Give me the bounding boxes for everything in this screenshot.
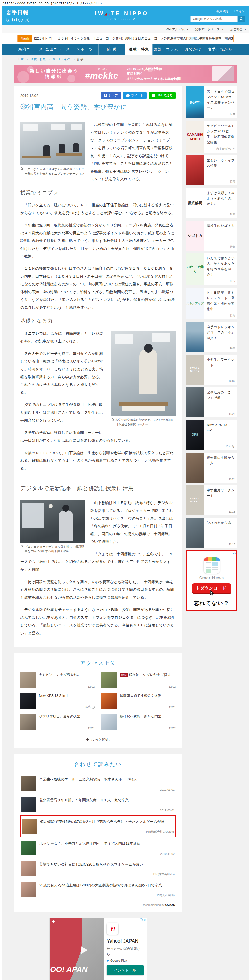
section2-title: デジタルで最新記事 紙と併読し授業に活用 [21,483,176,494]
sidebar-item-seawaves[interactable]: 釜石シーウェイブス特集特集 [186,155,237,185]
search-icon [240,17,243,21]
ad-close-icon[interactable]: × [144,918,145,922]
sidebar-item-raize-ad[interactable]: 安心4WD 岩手トヨタで新コンパクトSUVライズ試乗キャンペーン広告 [186,86,237,118]
article-thumbnail [101,672,117,688]
google-play-label: Google Play [107,959,144,963]
access-ranking-item[interactable]: 鵜住居へ移転、新たな門出12/02 [101,714,176,730]
breadcrumb: TOP 連載・特集 ＮＩＥいわて 記事 [2,54,249,62]
ad-info-icon[interactable]: i [140,918,143,921]
sidebar-item-teittei-kaimei[interactable]: 徹底解明 まずは依頼してみよう－あなたの声が力に－特集 [186,188,237,218]
article-photo-classroom[interactable] [21,122,85,165]
ad-thumbnail [21,882,36,897]
line-share-button[interactable]: LLINEで送る [149,92,176,99]
sidebar-item-work-in-iwate[interactable]: いわてで働く いわてで働きたい人、そんなあなたを待つ企業を紹介！広告 [186,253,237,285]
related-title: 合わせて読みたい [21,761,176,768]
flash-ticker-text[interactable]: [22:37] ＮＹ円、１０９円４５～５５銭 【ニューヨーク共同】週明け２日のニ… [32,37,233,41]
sidebar-item-trekking[interactable]: 岩手のトレッキングコースの「今」紹介！特集 [186,322,237,352]
photo-caption: プロジェクターでデジタル版を映し、最新記事を生徒に説明する山下佳子教諭 [21,544,85,554]
site-logo[interactable]: 岩手日報 [6,9,62,16]
nav-item-local-news[interactable]: 県内ニュース [18,45,44,54]
play-icon[interactable] [81,946,88,954]
ad-thumbnail [21,861,36,876]
smartnews-tagline: 忘れてない？ [189,600,234,607]
load-more-button[interactable]: +もっと読む [21,737,176,742]
feature-thumbnail [186,322,204,352]
access-ranking-item[interactable]: ジブリ展初日、最多の人出12/01 [21,714,95,730]
sidebar-item-manabi-window[interactable]: 学びの窓から㉜11/18 [186,518,237,548]
related-item[interactable]: 花北青雲高３年Ｂ組、１年間無欠席 ４１人一丸で卒業2019.03.01 [21,794,176,815]
access-ranking-item[interactable]: 動画鶴ケ池、シダレヤナギ撤去12/02 [101,672,176,688]
twitter-icon[interactable]: t [6,18,10,22]
sidebar-item-xps-ad[interactable]: XPS New XPS 13 2-in-1広告i [186,420,237,450]
mekke-banner-ad[interactable]: 新しい自分に出会う 情報紙 「めっけ」 #mekke Vol.10 12/5(木… [14,65,237,83]
article-card: 2019.12.02 fシェア tツイート LLINEで送る ㉝沼宮内高 問う姿… [14,86,182,647]
sidebar-item-article-use[interactable]: 記事活用の「こつ」理解11/28 [186,387,237,417]
sidebar-item-shigotoryoku[interactable]: シゴト力 高校生のシゴト力特集 [186,221,237,251]
web-album-link[interactable]: Webアルバム ＞ [166,27,189,31]
flash-ticker-area: Flash [22:37] ＮＹ円、１０９円４５～５５銭 【ニューヨーク共同】週… [2,33,249,45]
install-button[interactable]: インストール [107,966,144,975]
nav-item-from-iwatenippo[interactable]: 岩手日報から [206,45,233,54]
sidebar-item-kamaishi-book[interactable]: KAMAISHI SPIRIT ラグビーワールドカップ2019岩手・釜石開催報道… [186,121,237,153]
site-header: 岩手日報 t f ▸ ◎ IW◢▪TE NIPPO 2019.12.03. 火 … [2,6,249,25]
related-item[interactable]: 卒業生へ最後のエール 三鉄久慈駅長・駒木さんボード掲示2019.03.01 [21,773,176,794]
site-brand[interactable]: IW◢▪TE NIPPO [95,10,149,16]
banner-right2: 笑顔を誘う [127,71,181,76]
related-pr-item-highlighted[interactable]: 偏差値32で英検5級の37歳を2ヶ月で英語ペラペラにさせたスマホゲームが神PR(… [21,815,176,837]
nav-item-disaster[interactable]: 防 災 [98,45,125,54]
register-link[interactable]: 会員登録 [216,10,229,13]
sidebar-item-excellence-award[interactable]: 優秀賞に本県から２人11/26 [186,452,237,483]
sidebar-item-elementary-worksheet[interactable]: IWATE NIPPO 小学生用ワークシート12/02 [186,355,237,385]
article-thumbnail [186,387,204,417]
related-item[interactable]: ホッケー女子、不来方と沼宮内全国へ 男子沼宮内は12年連続2019.11.02 [21,837,176,858]
ad-close-icon[interactable]: × [234,552,236,555]
nav-item-outing[interactable]: おでかけ [179,45,206,54]
article-title: ㉝沼宮内高 問う姿勢、学び豊かに [21,102,176,111]
ad-info-icon[interactable]: i [232,445,235,448]
twitter-tweet-button[interactable]: tツイート [123,92,147,99]
page: https://www.iwate-np.co.jp/article/2019/… [0,0,251,980]
yahoo-ad-video-frame[interactable]: OO! APAN [50,918,104,980]
ad-info-icon[interactable]: i [230,552,233,555]
search-button[interactable] [238,16,245,22]
login-link[interactable]: ログイン [232,10,245,13]
access-ranking-ad-item[interactable]: New XPS 13 2-in-1広告i [21,693,95,709]
utility-bar: Webアルバム ＞ 記事データベース ＞ 広告料金 ＞ [2,25,249,33]
breadcrumb-top[interactable]: TOP [18,57,30,61]
facebook-icon: f [104,94,107,97]
related-pr-item[interactable]: 25歳に見える44歳主婦は1200円の大正製薬の技術でおばさん顔を7日で卒業PR… [21,879,176,900]
nav-item-editorial[interactable]: 論説・コラム [152,45,179,54]
article-database-link[interactable]: 記事データベース ＞ [195,27,224,31]
nav-item-features[interactable]: 連載・特集 [125,45,152,54]
facebook-icon[interactable]: f [12,18,17,22]
article-photo-projector[interactable] [21,500,85,543]
muted-speaker-icon[interactable] [51,920,56,924]
zoom-icon [21,167,24,170]
sidebar-item-junior-worksheet[interactable]: IWATE NIPPO 中学生用ワークシート11/18 [186,485,237,515]
access-ranking-card: アクセス上位 ナミビア－カナダ戦を検討12/02 動画鶴ケ池、シダレヤナギ撤去1… [14,653,182,748]
nav-item-sports[interactable]: スポーツ [71,45,98,54]
yahoo-logo: Y! [107,923,118,935]
breadcrumb-features[interactable]: 連載・特集 [30,57,51,61]
related-pr-item[interactable]: 英語できない会社員にTOEIC920点取らせたスマホゲームが凄いPR(株式会社i… [21,858,176,879]
article-paragraph: 今後のＮＩＥについて、山下教諭は「生徒から就職や進学の面接や試験で役立ったと言わ… [21,449,176,472]
article-photo-newspaper-corner[interactable] [111,331,176,416]
instagram-icon[interactable]: ◎ [24,18,29,22]
smartnews-ad[interactable]: i × SmartNews ⇩ ダウンロード [186,550,237,611]
yahoo-japan-ad[interactable]: OO! APAN i × Y! Yahoo! JAPAN サッカーの試合速報なら… [50,918,147,980]
content-area: 新しい自分に出会う 情報紙 「めっけ」 #mekke Vol.10 12/5(木… [2,62,249,980]
ad-rates-link[interactable]: 広告料金 ＞ [230,27,246,31]
iwate-nippo-logo-thumbnail: IWATE NIPPO [186,355,204,385]
access-ranking-item[interactable]: 盛岡南大通で４棟焼く火災12/01 [101,693,176,709]
line-icon[interactable]: ▸ [18,18,23,22]
search-input[interactable] [190,16,238,22]
article-thumbnail [21,776,36,791]
flash-badge: Flash [18,35,32,42]
access-ranking-item[interactable]: ナミビア－カナダ戦を検討12/02 [21,672,95,688]
nav-item-national-news[interactable]: 全国ニュース [44,45,71,54]
ad-info-icon[interactable]: i [92,706,95,709]
line-icon: L [152,94,155,97]
breadcrumb-nie[interactable]: ＮＩＥいわて [52,57,77,61]
facebook-share-button[interactable]: fシェア [101,92,121,99]
sidebar-item-nib-course[interactable]: スキルアップ ＮＩＢ講座「新トレ」スタート 受講企業・団体を募集中特集 [186,288,237,320]
